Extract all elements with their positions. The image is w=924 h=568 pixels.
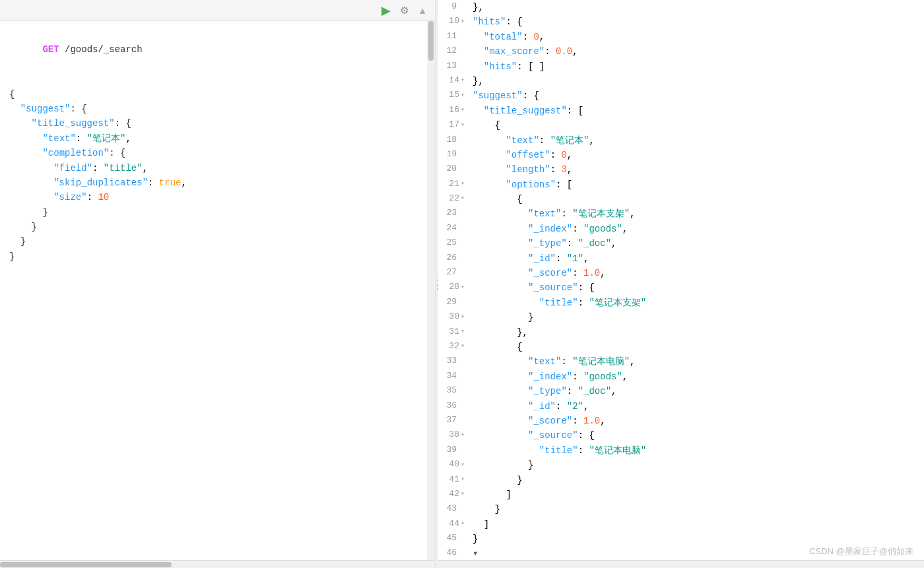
right-horizontal-scrollbar[interactable] [438,560,924,568]
line-content: { [470,192,924,206]
fold-icon[interactable]: ▾ [461,312,465,323]
table-row: 36 "_id": "2", [438,399,924,414]
line-number: 21▾ [438,177,470,191]
fold-icon[interactable]: ▾ [461,193,465,204]
line-content: }, [470,74,924,88]
line-number: 24 [438,222,470,236]
line-content: }, [470,325,924,340]
line-number: 36 [438,399,470,413]
line-content: "max_score": 0.0, [470,44,924,59]
line-content: ] [470,488,924,502]
line-number: 45 [438,532,470,546]
table-row: 29 "title": "笔记本支架" [438,296,924,310]
left-toolbar: ▶ ⚙ ▲ [0,0,435,21]
left-vertical-scrollbar[interactable] [427,21,435,560]
right-code-content: 9},10▾"hits": {11 "total": 0,12 "max_sco… [438,0,924,560]
line-number: 33 [438,354,470,368]
fold-icon[interactable]: ▾ [461,179,465,189]
json-lines-container: 9},10▾"hits": {11 "total": 0,12 "max_sco… [438,0,924,560]
fold-icon[interactable]: ▾ [461,519,465,529]
line-content: "hits": [ ] [470,59,924,74]
fold-icon[interactable]: ▾ [461,460,465,470]
line-number: 16▾ [438,104,470,117]
request-line: GET /goods/_search [9,28,426,72]
line-content: "_index": "goods", [470,369,924,384]
fold-icon[interactable]: ▾ [461,341,465,352]
line-number: 46 [438,546,470,560]
line-number: 15▾ [438,88,470,102]
left-scrollbar-thumb[interactable] [0,562,172,567]
table-row: 23 "text": "笔记本支架", [438,206,924,221]
table-row: 34 "_index": "goods", [438,369,924,384]
fold-icon[interactable]: ▾ [461,105,465,115]
line-number: 42▾ [438,488,470,501]
line-number: 29 [438,296,470,309]
table-row: 42▾ ] [438,488,924,502]
fold-icon[interactable]: ▾ [461,16,465,27]
line-content: "_id": "2", [470,399,924,414]
line-content: "length": 3, [470,162,924,177]
line-number: 9 [438,0,470,14]
fold-icon[interactable]: ▾ [461,327,465,337]
line-number: 11 [438,30,470,44]
table-row: 30▾ } [438,310,924,325]
left-code-content: GET /goods/_search { "suggest": { "title… [0,21,435,560]
table-row: 17▾ { [438,118,924,133]
play-button[interactable]: ▶ [379,2,393,19]
left-panel: ▶ ⚙ ▲ GET /goods/_search { "suggest": { … [0,0,436,568]
table-row: 43 } [438,502,924,517]
line-content: }, [470,0,924,15]
table-row: 14▾}, [438,74,924,88]
table-row: 12 "max_score": 0.0, [438,44,924,59]
wrench-button[interactable]: ⚙ [397,3,411,18]
line-content: { [470,340,924,354]
fold-icon[interactable]: ▾ [461,75,465,86]
fold-icon[interactable]: ▾ [461,474,465,485]
table-row: 41▾ } [438,473,924,488]
line-content: } [470,532,924,546]
line-content: "text": "笔记本支架", [470,206,924,221]
chevron-button[interactable]: ▲ [415,4,430,17]
line-content: "_type": "_doc", [470,384,924,398]
table-row: 16▾ "title_suggest": [ [438,104,924,118]
table-row: 44▾ ] [438,517,924,532]
table-row: 24 "_index": "goods", [438,222,924,236]
line-content: "title": "笔记本支架" [470,296,924,310]
line-number: 25 [438,236,470,250]
line-content: "_source": { [470,428,924,443]
line-number: 30▾ [438,310,470,324]
line-number: 31▾ [438,325,470,339]
line-content: } [470,458,924,472]
line-number: 35 [438,384,470,398]
left-v-scrollbar-thumb[interactable] [428,21,434,61]
fold-icon[interactable]: ▾ [461,282,465,293]
line-number: 37 [438,414,470,427]
line-content: "hits": { [470,15,924,29]
line-number: 18 [438,133,470,147]
line-content: "_id": "1", [470,251,924,266]
line-number: 10▾ [438,15,470,28]
table-row: 25 "_type": "_doc", [438,236,924,251]
table-row: 38▾ "_source": { [438,428,924,443]
fold-icon[interactable]: ▾ [461,489,465,499]
fold-icon[interactable]: ▾ [461,430,465,441]
line-content: } [470,473,924,488]
table-row: 18 "text": "笔记本", [438,133,924,148]
left-horizontal-scrollbar[interactable] [0,560,435,568]
line-content: "text": "笔记本", [470,133,924,148]
table-row: 22▾ { [438,192,924,206]
watermark: CSDN @墨家巨子@俏如来 [809,546,913,557]
line-content: "title_suggest": [ [470,104,924,118]
line-content: ] [470,517,924,532]
line-content: "_score": 1.0, [470,266,924,280]
line-content: "offset": 0, [470,148,924,162]
fold-icon[interactable]: ▾ [461,90,465,101]
table-row: 27 "_score": 1.0, [438,266,924,280]
line-content: "options": [ [470,177,924,192]
line-number: 28▾ [438,280,470,294]
line-content: "suggest": { [470,88,924,103]
line-content: "text": "笔记本电脑", [470,354,924,369]
fold-icon[interactable]: ▾ [461,120,465,131]
table-row: 26 "_id": "1", [438,251,924,266]
line-content: { [470,118,924,133]
